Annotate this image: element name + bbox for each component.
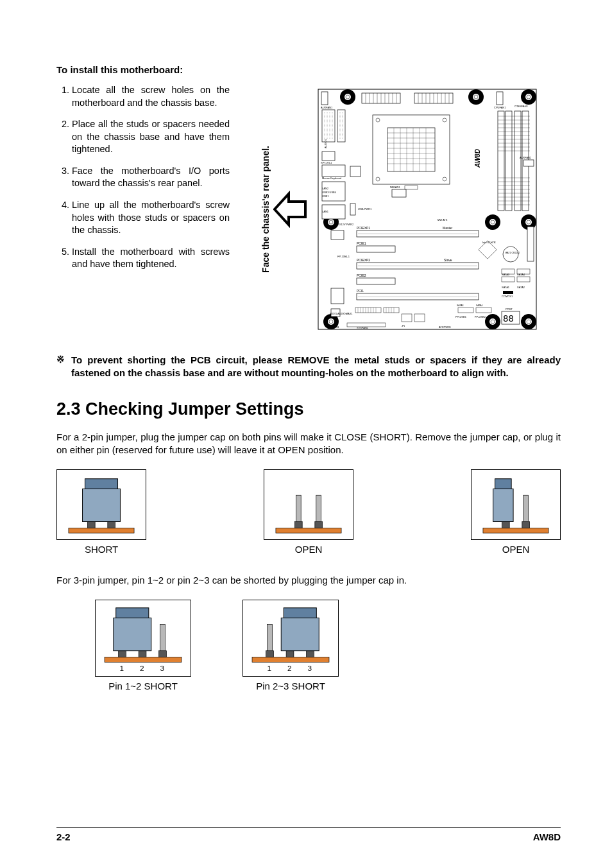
label-fp1394: FP-1394-1 — [337, 255, 350, 258]
svg-point-15 — [525, 219, 532, 225]
svg-point-17 — [489, 318, 496, 325]
svg-rect-150 — [108, 522, 115, 528]
svg-point-14 — [489, 219, 496, 225]
label-fpusb1: FP-USB1 — [455, 315, 467, 318]
label-pci1: PCI1 — [357, 289, 364, 293]
note-symbol-icon: ※ — [56, 354, 65, 380]
label-bat: BAT1 CR2032 — [506, 252, 520, 254]
svg-rect-149 — [87, 522, 95, 528]
svg-rect-166 — [139, 651, 146, 657]
svg-rect-156 — [296, 495, 301, 521]
label-auxfan3: AUXFAN3 — [327, 326, 339, 329]
caption-open2: OPEN — [471, 544, 561, 555]
svg-point-12 — [525, 94, 532, 100]
svg-text:88: 88 — [503, 313, 514, 324]
svg-rect-175 — [268, 625, 273, 651]
jumper-pin23: 1 2 3 Pin 2~3 SHORT — [242, 600, 339, 691]
install-heading: To install this motherboard: — [56, 64, 561, 75]
svg-rect-145 — [476, 308, 491, 313]
label-post: POST — [506, 308, 513, 311]
label-lan1: LAN1 — [322, 210, 329, 213]
label-audio2: AUDIO1 — [330, 313, 337, 315]
svg-rect-93 — [322, 110, 335, 142]
svg-rect-51 — [387, 128, 435, 171]
svg-rect-113 — [331, 288, 344, 304]
section-heading: 2.3 Checking Jumper Settings — [56, 399, 561, 419]
svg-rect-96 — [322, 165, 345, 177]
label-pciexp2: PCIEXP2 — [357, 258, 370, 262]
page-footer: 2-2 AW8D — [56, 827, 561, 842]
label-atxpwr1: ATXPWR1 — [439, 326, 452, 329]
svg-point-18 — [525, 318, 532, 325]
label-fpusb2: FP-USB2 — [475, 315, 486, 318]
svg-rect-152 — [85, 479, 117, 489]
jumper-short-diagram — [56, 469, 146, 540]
label-audio1: AUDIO1 — [324, 138, 327, 148]
label-sata5: SATA3 — [457, 304, 464, 307]
label-usbpwr1: USB-PWR1 — [358, 207, 372, 211]
label-chipset: Intel ICH7R — [482, 241, 496, 244]
label-pcie1: PCIE1 — [357, 241, 366, 245]
steps-column: Locate all the screw holes on the mother… — [56, 84, 230, 280]
svg-rect-99 — [350, 166, 361, 177]
label-sysfan1: SYSFAN1 — [357, 326, 369, 329]
caption-pin12: Pin 1~2 SHORT — [95, 681, 191, 691]
label-mousekb: Mouse Keyboard — [322, 177, 341, 180]
svg-rect-121 — [527, 227, 534, 261]
step-5: Install the motherboard with screws and … — [72, 246, 230, 271]
svg-rect-169 — [114, 618, 151, 651]
note-text: To prevent shorting the PCB circuit, ple… — [71, 354, 561, 380]
label-cpufan1: CPUFAN1 — [494, 106, 506, 109]
svg-rect-107 — [392, 189, 406, 197]
svg-rect-154 — [294, 522, 302, 528]
caption-short: SHORT — [56, 544, 146, 555]
svg-rect-70 — [498, 111, 504, 211]
svg-rect-28 — [321, 92, 328, 105]
install-steps-list: Locate all the screw holes on the mother… — [56, 84, 230, 271]
svg-rect-125 — [517, 277, 530, 282]
svg-rect-148 — [69, 528, 134, 533]
jumper-open-1: OPEN — [264, 469, 353, 555]
step-3: Face the motherboard's I/O ports toward … — [72, 165, 230, 190]
svg-rect-171 — [252, 657, 329, 663]
svg-rect-168 — [160, 625, 166, 651]
label-auxfan1: AUXFAN1 — [321, 106, 333, 109]
label-sata3: SATA3 — [502, 273, 510, 276]
jumper-pin12-diagram: 1 2 3 — [95, 600, 191, 677]
label-lan2: LAN2 — [322, 187, 329, 190]
svg-rect-176 — [281, 618, 319, 651]
jumper-open2-diagram — [471, 469, 561, 540]
jumper-pin12: 1 2 3 Pin 1~2 SHORT — [95, 600, 191, 691]
rear-panel-label: Face the chassis's rear panel. — [260, 146, 271, 273]
warning-note: ※ To prevent shorting the PCB circuit, p… — [56, 354, 561, 380]
svg-rect-165 — [119, 651, 126, 657]
svg-rect-92 — [523, 160, 534, 166]
label-master: Master — [443, 226, 453, 230]
svg-rect-177 — [284, 608, 316, 618]
para-3pin: For 3-pin jumper, pin 1~2 or pin 2~3 can… — [56, 574, 561, 587]
svg-rect-155 — [315, 522, 323, 528]
label-mwatx: MW ATX — [438, 218, 448, 221]
label-otesfan1: OTESFAN1 — [514, 105, 529, 108]
label-jp1: JP1 — [402, 325, 405, 327]
svg-point-120 — [503, 247, 518, 262]
svg-rect-129 — [402, 314, 412, 322]
label-usb3: USB3 USB4 — [322, 191, 337, 194]
pin-label-1b: 1 — [268, 664, 272, 673]
motherboard-diagram: AUXFAN1 CPUFAN1 OTESFAN1 — [312, 84, 543, 334]
label-pcie2: PCIE2 — [357, 273, 366, 277]
step-2: Place all the studs or spacers needed on… — [72, 118, 230, 156]
svg-rect-29 — [497, 92, 503, 105]
jumper-short: SHORT — [56, 469, 146, 555]
svg-rect-95 — [322, 152, 335, 161]
jumper-open-2: OPEN — [471, 469, 561, 555]
svg-rect-167 — [159, 651, 167, 657]
label-audiomax1: AUDIOMAX1 — [337, 312, 353, 315]
label-nbfan1: NBFAN1 — [390, 186, 400, 189]
svg-rect-130 — [414, 314, 425, 322]
label-usb1: USB1 — [322, 195, 329, 198]
footer-left: 2-2 — [56, 831, 71, 842]
svg-rect-144 — [458, 308, 473, 313]
step-1: Locate all the screw holes on the mother… — [72, 84, 230, 109]
svg-rect-69 — [405, 186, 418, 189]
